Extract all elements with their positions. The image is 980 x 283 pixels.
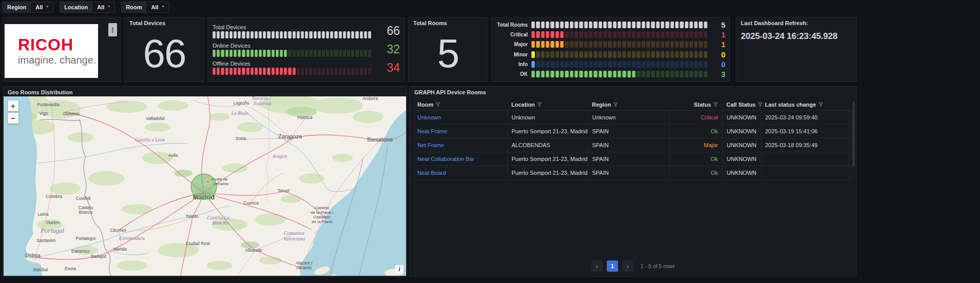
gauge-segment [570,71,573,77]
gauge-segment [309,68,312,75]
gauge-segment [297,31,300,38]
column-header-region[interactable]: Region [588,99,669,111]
map-city-label: Leiria [38,212,49,217]
gauge-segment [364,50,367,57]
gauge-segment [622,22,626,28]
last-status-change-cell [761,152,849,166]
last-refresh-panel: Last Dashboard Refresh: 2025-03-24 16:23… [736,17,857,82]
filter-icon[interactable] [713,102,718,107]
gauge-segment [574,41,578,48]
gauge-segment [536,61,540,68]
last-status-change-cell: 2025-03-19 15:41:06 [761,125,849,138]
room-gauge-row: Major1 [496,41,725,49]
room-link[interactable]: Unknown [413,111,507,125]
gauge-segment [368,68,371,75]
gauge-segment [259,31,262,38]
room-link[interactable]: Neat Frame [413,125,507,138]
gauge-segment [531,51,535,58]
gauge-segment [613,31,617,38]
map-region-label: Aragón [272,154,287,159]
column-header-last-status-change[interactable]: Last status change [761,99,849,111]
gauge-segment [309,31,312,38]
gauge-segment [675,51,679,58]
gauge-segment [225,68,228,75]
gauge-segment [546,51,549,58]
gauge-segment [234,50,237,57]
pagination-page-1-button[interactable]: 1 [607,260,618,272]
gauge-segment [355,50,358,57]
gauge-segment [322,31,325,38]
geo-map[interactable]: PontevedraVigoOurenseValladolidLogroñoSo… [4,96,406,276]
gauge-segment [579,31,583,38]
pagination-prev-button[interactable]: ‹ [591,260,603,272]
gauge-segment [284,50,287,57]
gauge-segment [593,71,597,77]
gauge-segment [584,31,588,38]
filter-icon[interactable] [613,102,618,107]
room-link[interactable]: Neat Board [413,166,507,180]
map-city-label: Évora [65,266,76,271]
gauge-label: Offline Devices [213,60,371,67]
gauge-segment [255,31,258,38]
column-header-location[interactable]: Location [507,99,588,111]
gauge-segment [272,50,275,57]
gauge-segment [276,50,279,57]
rooms-bargauge: Total Rooms5Critical1Major1Minor0Info0OK… [492,17,729,82]
gauge-segment [251,31,254,38]
column-header-call-status[interactable]: Call Status [722,99,761,111]
column-header-room[interactable]: Room [413,99,507,111]
panel-menu-icon[interactable]: ⋮ [108,23,117,36]
gauge-segment [536,31,540,38]
gauge-segment [368,31,371,38]
gauge-segment [334,31,337,38]
gauge-segment [213,31,216,38]
gauge-segment [560,22,564,28]
filter-icon[interactable] [435,102,440,107]
room-cluster-marker[interactable] [191,174,217,199]
gauge-segment [656,31,660,38]
column-header-status[interactable]: Status [669,99,722,111]
gauge-segment [284,31,287,38]
map-zoom-in-button[interactable]: + [8,100,18,111]
gauge-segment [670,71,674,77]
gauge-segment [263,50,266,57]
filter-icon[interactable] [537,102,542,107]
gauge-segment [670,41,674,48]
gauge-segment [651,41,655,48]
gauge-segment [565,22,568,28]
filter-room-picker[interactable]: All ▾ [146,2,168,12]
filter-location-picker[interactable]: All ▾ [92,2,114,12]
map-city-label: Setúbal [33,267,48,272]
gauge-segment [665,71,669,77]
map-attribution-button[interactable]: i [395,265,403,273]
gauge-segment [546,61,549,68]
gauge-segment [368,50,371,57]
spacer-cell [849,125,853,138]
filter-region-picker[interactable]: All ▾ [30,2,53,12]
gauge-segment [656,51,660,58]
spacer-cell [849,152,853,166]
map-city-label: Vigo [40,111,48,116]
panel-title: GRAPH API Device Rooms [410,87,856,96]
gauge-segment [579,61,583,68]
gauge-segment [603,51,607,58]
gauge-segment [651,61,655,68]
map-zoom-out-button[interactable]: − [8,113,18,124]
gauge-label: Major [496,42,528,47]
room-link[interactable]: Neat Collaboration Bar [413,152,507,166]
filter-icon[interactable] [818,102,823,107]
filter-icon[interactable] [758,102,763,107]
gauge-segment [627,51,631,58]
gauge-segment [680,22,683,28]
gauge-segment [314,31,317,38]
pagination-next-button[interactable]: › [622,260,633,272]
gauge-bar [531,41,707,48]
call-status-cell: UNKNOWN [722,125,761,138]
table-scrollbar[interactable] [853,101,855,167]
gauge-segment [622,71,626,77]
room-link[interactable]: Net Frame [413,138,507,152]
last-status-change-cell: 2025-03-18 09:35:49 [761,138,849,152]
gauge-segment [675,41,679,48]
map-city-label: Mérida [113,247,127,252]
map-city-label: Soria [236,136,246,141]
